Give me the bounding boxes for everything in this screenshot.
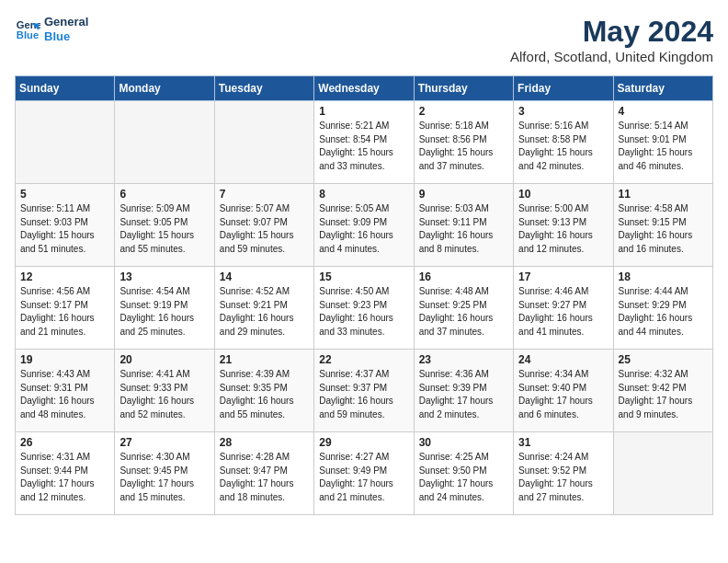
- day-info: Sunrise: 4:28 AM Sunset: 9:47 PM Dayligh…: [220, 451, 309, 504]
- day-info: Sunrise: 5:09 AM Sunset: 9:05 PM Dayligh…: [119, 202, 209, 256]
- header-monday: Monday: [115, 76, 214, 101]
- day-info: Sunrise: 4:44 AM Sunset: 9:29 PM Dayligh…: [619, 285, 708, 339]
- calendar-cell: 8Sunrise: 5:05 AM Sunset: 9:09 PM Daylig…: [314, 184, 414, 267]
- calendar-cell: 3Sunrise: 5:16 AM Sunset: 8:58 PM Daylig…: [514, 101, 613, 184]
- day-number: 7: [220, 188, 309, 201]
- calendar-cell: [16, 101, 115, 184]
- day-number: 17: [518, 270, 608, 283]
- day-number: 10: [518, 188, 608, 201]
- day-number: 26: [20, 436, 109, 449]
- day-info: Sunrise: 4:46 AM Sunset: 9:27 PM Dayligh…: [518, 285, 608, 339]
- day-info: Sunrise: 4:32 AM Sunset: 9:42 PM Dayligh…: [619, 368, 708, 421]
- header-thursday: Thursday: [414, 76, 513, 101]
- calendar-cell: 27Sunrise: 4:30 AM Sunset: 9:45 PM Dayli…: [115, 432, 214, 515]
- page-header: General Blue General Blue May 2024 Alfor…: [15, 15, 713, 64]
- calendar-cell: 29Sunrise: 4:27 AM Sunset: 9:49 PM Dayli…: [314, 432, 414, 515]
- day-number: 14: [220, 270, 309, 283]
- day-number: 21: [220, 353, 309, 366]
- day-number: 22: [319, 353, 408, 366]
- day-info: Sunrise: 4:50 AM Sunset: 9:23 PM Dayligh…: [319, 285, 408, 339]
- day-number: 6: [119, 188, 209, 201]
- day-number: 25: [619, 353, 708, 366]
- header-wednesday: Wednesday: [314, 76, 414, 101]
- header-saturday: Saturday: [613, 76, 712, 101]
- day-info: Sunrise: 4:56 AM Sunset: 9:17 PM Dayligh…: [20, 285, 109, 339]
- day-info: Sunrise: 4:43 AM Sunset: 9:31 PM Dayligh…: [20, 368, 109, 421]
- day-number: 5: [20, 188, 109, 201]
- day-number: 2: [419, 105, 508, 118]
- day-info: Sunrise: 4:39 AM Sunset: 9:35 PM Dayligh…: [220, 368, 309, 421]
- day-number: 3: [518, 105, 608, 118]
- day-info: Sunrise: 4:31 AM Sunset: 9:44 PM Dayligh…: [20, 451, 109, 504]
- calendar-cell: 5Sunrise: 5:11 AM Sunset: 9:03 PM Daylig…: [16, 184, 115, 267]
- calendar-cell: [613, 432, 712, 515]
- logo-text-line2: Blue: [44, 29, 88, 44]
- logo: General Blue General Blue: [15, 15, 88, 43]
- calendar-cell: 18Sunrise: 4:44 AM Sunset: 9:29 PM Dayli…: [613, 267, 712, 350]
- calendar-cell: 26Sunrise: 4:31 AM Sunset: 9:44 PM Dayli…: [16, 432, 115, 515]
- calendar-cell: 11Sunrise: 4:58 AM Sunset: 9:15 PM Dayli…: [613, 184, 712, 267]
- calendar-cell: 14Sunrise: 4:52 AM Sunset: 9:21 PM Dayli…: [214, 267, 313, 350]
- calendar-cell: 25Sunrise: 4:32 AM Sunset: 9:42 PM Dayli…: [613, 350, 712, 432]
- day-info: Sunrise: 5:07 AM Sunset: 9:07 PM Dayligh…: [220, 202, 309, 256]
- logo-text-line1: General: [44, 15, 88, 29]
- calendar-cell: 6Sunrise: 5:09 AM Sunset: 9:05 PM Daylig…: [115, 184, 214, 267]
- location: Alford, Scotland, United Kingdom: [510, 49, 713, 64]
- day-info: Sunrise: 4:52 AM Sunset: 9:21 PM Dayligh…: [220, 285, 309, 339]
- calendar-cell: 1Sunrise: 5:21 AM Sunset: 8:54 PM Daylig…: [314, 101, 414, 184]
- calendar-cell: [214, 101, 313, 184]
- day-number: 9: [419, 188, 508, 201]
- day-info: Sunrise: 4:27 AM Sunset: 9:49 PM Dayligh…: [319, 451, 408, 504]
- day-info: Sunrise: 5:11 AM Sunset: 9:03 PM Dayligh…: [20, 202, 109, 256]
- day-info: Sunrise: 5:21 AM Sunset: 8:54 PM Dayligh…: [319, 120, 408, 173]
- day-info: Sunrise: 4:24 AM Sunset: 9:52 PM Dayligh…: [518, 451, 608, 504]
- calendar-cell: 31Sunrise: 4:24 AM Sunset: 9:52 PM Dayli…: [514, 432, 613, 515]
- calendar-week-row: 26Sunrise: 4:31 AM Sunset: 9:44 PM Dayli…: [16, 432, 713, 515]
- day-info: Sunrise: 5:00 AM Sunset: 9:13 PM Dayligh…: [518, 202, 608, 256]
- day-info: Sunrise: 4:41 AM Sunset: 9:33 PM Dayligh…: [119, 368, 209, 421]
- calendar-cell: 16Sunrise: 4:48 AM Sunset: 9:25 PM Dayli…: [414, 267, 513, 350]
- day-number: 24: [518, 353, 608, 366]
- day-number: 19: [20, 353, 109, 366]
- day-info: Sunrise: 4:30 AM Sunset: 9:45 PM Dayligh…: [119, 451, 209, 504]
- day-number: 11: [619, 188, 708, 201]
- day-number: 12: [20, 270, 109, 283]
- day-number: 1: [319, 105, 408, 118]
- day-info: Sunrise: 4:25 AM Sunset: 9:50 PM Dayligh…: [419, 451, 508, 504]
- day-number: 31: [518, 436, 608, 449]
- calendar-cell: 10Sunrise: 5:00 AM Sunset: 9:13 PM Dayli…: [514, 184, 613, 267]
- calendar-week-row: 12Sunrise: 4:56 AM Sunset: 9:17 PM Dayli…: [16, 267, 713, 350]
- calendar-cell: 28Sunrise: 4:28 AM Sunset: 9:47 PM Dayli…: [214, 432, 313, 515]
- calendar-cell: 22Sunrise: 4:37 AM Sunset: 9:37 PM Dayli…: [314, 350, 414, 432]
- calendar-week-row: 1Sunrise: 5:21 AM Sunset: 8:54 PM Daylig…: [16, 101, 713, 184]
- calendar-cell: 15Sunrise: 4:50 AM Sunset: 9:23 PM Dayli…: [314, 267, 414, 350]
- day-number: 4: [619, 105, 708, 118]
- day-number: 15: [319, 270, 408, 283]
- day-number: 20: [119, 353, 209, 366]
- calendar-cell: 4Sunrise: 5:14 AM Sunset: 9:01 PM Daylig…: [613, 101, 712, 184]
- day-info: Sunrise: 4:48 AM Sunset: 9:25 PM Dayligh…: [419, 285, 508, 339]
- day-number: 18: [619, 270, 708, 283]
- calendar-cell: 24Sunrise: 4:34 AM Sunset: 9:40 PM Dayli…: [514, 350, 613, 432]
- calendar-week-row: 5Sunrise: 5:11 AM Sunset: 9:03 PM Daylig…: [16, 184, 713, 267]
- calendar-table: SundayMondayTuesdayWednesdayThursdayFrid…: [15, 75, 713, 515]
- day-info: Sunrise: 5:16 AM Sunset: 8:58 PM Dayligh…: [518, 120, 608, 173]
- header-friday: Friday: [514, 76, 613, 101]
- calendar-cell: 20Sunrise: 4:41 AM Sunset: 9:33 PM Dayli…: [115, 350, 214, 432]
- calendar-cell: 2Sunrise: 5:18 AM Sunset: 8:56 PM Daylig…: [414, 101, 513, 184]
- day-info: Sunrise: 4:34 AM Sunset: 9:40 PM Dayligh…: [518, 368, 608, 421]
- title-block: May 2024 Alford, Scotland, United Kingdo…: [510, 15, 713, 64]
- day-number: 16: [419, 270, 508, 283]
- calendar-cell: 21Sunrise: 4:39 AM Sunset: 9:35 PM Dayli…: [214, 350, 313, 432]
- calendar-week-row: 19Sunrise: 4:43 AM Sunset: 9:31 PM Dayli…: [16, 350, 713, 432]
- day-info: Sunrise: 4:37 AM Sunset: 9:37 PM Dayligh…: [319, 368, 408, 421]
- header-tuesday: Tuesday: [214, 76, 313, 101]
- calendar-header-row: SundayMondayTuesdayWednesdayThursdayFrid…: [16, 76, 713, 101]
- day-number: 23: [419, 353, 508, 366]
- calendar-cell: 7Sunrise: 5:07 AM Sunset: 9:07 PM Daylig…: [214, 184, 313, 267]
- header-sunday: Sunday: [16, 76, 115, 101]
- month-title: May 2024: [510, 15, 713, 49]
- calendar-cell: 12Sunrise: 4:56 AM Sunset: 9:17 PM Dayli…: [16, 267, 115, 350]
- day-number: 29: [319, 436, 408, 449]
- calendar-cell: 23Sunrise: 4:36 AM Sunset: 9:39 PM Dayli…: [414, 350, 513, 432]
